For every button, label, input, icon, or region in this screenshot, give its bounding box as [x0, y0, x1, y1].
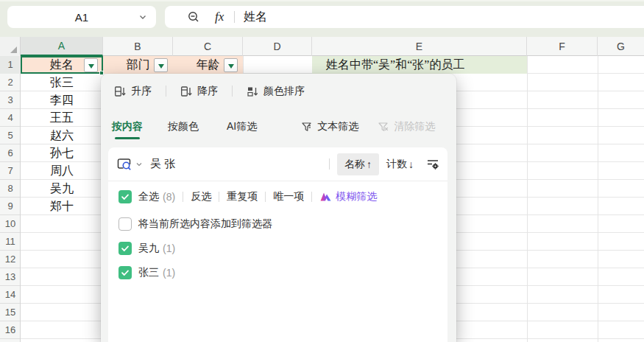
row-header-8[interactable]: 8	[0, 180, 21, 198]
duplicates-button[interactable]: 重复项	[227, 190, 258, 203]
add-current-checkbox[interactable]	[118, 217, 132, 231]
select-all-corner[interactable]	[0, 37, 21, 56]
order-by-count-button[interactable]: 计数 ↓	[379, 158, 421, 171]
divider	[166, 86, 166, 97]
row-header-7[interactable]: 7	[0, 162, 21, 180]
item-checkbox[interactable]	[118, 266, 132, 279]
select-options-row: 全选 (8) 反选 重复项 唯一项 模糊筛选	[108, 184, 447, 209]
sort-ascending-label: 升序	[131, 85, 152, 98]
sort-ascending-icon	[114, 86, 126, 97]
check-icon	[121, 268, 130, 277]
tab-by-content[interactable]: 按内容	[112, 114, 143, 139]
fuzzy-filter-button[interactable]: 模糊筛选	[336, 190, 377, 203]
check-icon	[121, 244, 130, 253]
column-header-f[interactable]: F	[527, 37, 598, 56]
row-header-5[interactable]: 5	[0, 127, 21, 144]
gridline	[598, 56, 598, 342]
column-header-a[interactable]: A	[21, 37, 103, 56]
filter-item-row[interactable]: 吴九 (1)	[108, 237, 447, 260]
column-header-b[interactable]: B	[103, 37, 173, 56]
tab-clear-filter[interactable]: 清除筛选	[378, 114, 435, 139]
row-header-15[interactable]: 15	[0, 304, 21, 321]
row-header-11[interactable]: 11	[0, 233, 21, 251]
formula-bar[interactable]: fx 姓名	[165, 6, 644, 28]
cell-a8[interactable]: 吴九	[21, 180, 103, 198]
fx-icon[interactable]: fx	[215, 10, 224, 24]
check-icon	[121, 192, 130, 201]
select-all-label[interactable]: 全选	[138, 190, 159, 203]
tab-text-filter-label: 文本筛选	[317, 120, 358, 133]
divider	[265, 192, 266, 202]
item-checkbox[interactable]	[118, 242, 132, 255]
add-current-label: 将当前所选内容添加到筛选器	[138, 217, 272, 231]
divider	[232, 86, 233, 97]
cell-a2[interactable]: 张三	[21, 74, 103, 91]
sort-ascending-button[interactable]: 升序	[114, 85, 152, 98]
search-scope-button[interactable]	[117, 157, 143, 172]
item-count: (1)	[163, 267, 175, 279]
row-header-9[interactable]: 9	[0, 198, 21, 215]
add-current-row[interactable]: 将当前所选内容添加到筛选器	[108, 212, 447, 236]
cell-a5[interactable]: 赵六	[21, 127, 103, 144]
search-minus-icon[interactable]	[187, 10, 200, 24]
row-header-10[interactable]: 10	[0, 215, 21, 233]
cell-a7[interactable]: 周八	[21, 162, 103, 180]
filter-button-b1[interactable]	[154, 58, 168, 72]
divider	[219, 192, 219, 202]
filter-button-c1[interactable]	[224, 58, 238, 72]
divider	[183, 192, 183, 202]
name-box[interactable]: A1	[7, 6, 156, 28]
filter-search-input[interactable]	[150, 158, 322, 170]
row-header-12[interactable]: 12	[0, 251, 21, 268]
row-header-13[interactable]: 13	[0, 268, 21, 286]
unique-button[interactable]: 唯一项	[273, 190, 304, 203]
tab-ai-filter[interactable]: AI筛选	[227, 114, 257, 139]
sort-by-color-button[interactable]: 颜色排序	[247, 85, 305, 98]
sort-by-color-icon	[247, 86, 258, 97]
search-row: 名称 ↑ 计数 ↓	[108, 147, 447, 181]
order-by-name-label: 名称	[344, 158, 365, 171]
sort-actions-row: 升序 降序 颜色排序	[101, 74, 456, 108]
sort-descending-label: 降序	[197, 85, 218, 98]
list-settings-button[interactable]	[425, 157, 440, 172]
invert-selection-button[interactable]: 反选	[191, 190, 211, 203]
order-by-name-button[interactable]: 名称 ↑	[337, 153, 379, 175]
column-header-g[interactable]: G	[598, 37, 644, 56]
select-all-checkbox[interactable]	[118, 190, 132, 203]
chevron-down-icon[interactable]	[138, 13, 147, 21]
corner-triangle-icon	[10, 46, 17, 53]
tab-by-color[interactable]: 按颜色	[168, 114, 199, 139]
sort-descending-icon	[180, 86, 192, 97]
item-label: 吴九	[138, 242, 159, 255]
row-header-4[interactable]: 4	[0, 109, 21, 127]
cell-a6[interactable]: 孙七	[21, 144, 103, 162]
funnel-clear-icon	[378, 121, 389, 133]
divider	[234, 11, 235, 23]
row-header-6[interactable]: 6	[0, 144, 21, 162]
formula-bar-value[interactable]: 姓名	[244, 10, 267, 25]
filter-button-a1[interactable]	[84, 58, 98, 72]
sort-descending-button[interactable]: 降序	[180, 85, 218, 98]
row-header-2[interactable]: 2	[0, 74, 21, 91]
item-count: (1)	[163, 242, 175, 254]
cell-e1[interactable]: 姓名中带“吴”和“张”的员工	[312, 56, 527, 74]
column-header-d[interactable]: D	[243, 37, 312, 56]
column-header-e[interactable]: E	[312, 37, 527, 56]
column-header-c[interactable]: C	[173, 37, 243, 56]
filter-dropdown-icon	[88, 64, 94, 69]
row-header-16[interactable]: 16	[0, 321, 21, 339]
gridline	[527, 56, 528, 342]
ai-fuzzy-icon	[319, 191, 332, 203]
cell-a4[interactable]: 王五	[21, 109, 103, 127]
row-header-1[interactable]: 1	[0, 56, 21, 74]
tab-text-filter[interactable]: 文本筛选	[301, 114, 358, 139]
row-header-14[interactable]: 14	[0, 286, 21, 304]
cell-a3[interactable]: 李四	[21, 91, 103, 109]
filter-item-row[interactable]: 张三 (1)	[108, 261, 447, 285]
item-label: 张三	[138, 266, 159, 279]
arrow-up-icon: ↑	[367, 158, 372, 170]
cell-a9[interactable]: 郑十	[21, 198, 103, 215]
row-header-3[interactable]: 3	[0, 91, 21, 109]
divider	[329, 158, 330, 170]
filter-dropdown-icon	[228, 64, 234, 69]
